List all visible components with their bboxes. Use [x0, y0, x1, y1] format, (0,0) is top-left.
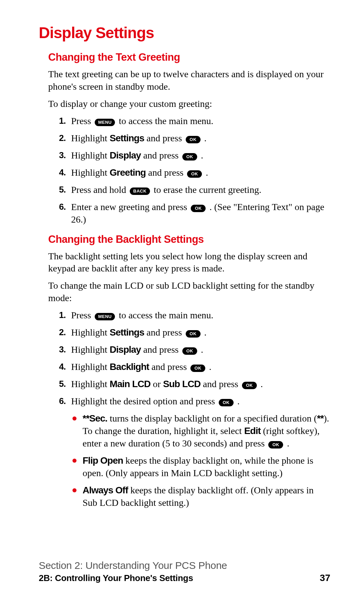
- step-text: Highlight the desired option and press: [71, 396, 217, 406]
- ok-button-icon: OK: [182, 153, 197, 161]
- step-text: and press: [146, 167, 186, 178]
- step-text: .: [203, 167, 208, 178]
- step-text: .: [207, 362, 211, 372]
- step-text: .: [199, 150, 203, 161]
- list-item: Highlight Settings and press OK .: [59, 132, 330, 145]
- manual-page: Display Settings Changing the Text Greet…: [0, 0, 364, 607]
- ok-button-icon: OK: [268, 441, 283, 449]
- back-button-icon: BACK: [130, 187, 150, 195]
- list-item: Highlight Main LCD or Sub LCD and press …: [59, 378, 330, 391]
- step-text: to access the main menu.: [116, 310, 213, 320]
- footer-chapter-title: 2B: Controlling Your Phone's Settings: [39, 573, 193, 583]
- step-text: .: [199, 344, 203, 355]
- greeting-intro: The text greeting can be up to twelve ch…: [48, 68, 330, 93]
- step-text: Highlight: [71, 344, 110, 355]
- section-heading-backlight: Changing the Backlight Settings: [48, 233, 330, 245]
- step-text: Press: [71, 116, 93, 126]
- ui-term-backlight: Backlight: [110, 362, 149, 372]
- list-item: Enter a new greeting and press OK . (See…: [59, 201, 330, 226]
- backlight-steps: Press MENU to access the main menu. High…: [59, 309, 330, 408]
- list-item: Press and hold BACK to erase the current…: [59, 184, 330, 196]
- list-item: Flip Open keeps the display backlight on…: [72, 455, 330, 480]
- step-text: .: [235, 396, 240, 406]
- greeting-lead: To display or change your custom greetin…: [48, 98, 330, 110]
- backlight-lead: To change the main LCD or sub LCD backli…: [48, 280, 330, 305]
- bullet-icon: [72, 459, 77, 463]
- step-text: Press: [71, 310, 93, 320]
- option-always-off: Always Off: [83, 485, 128, 495]
- step-text: Highlight: [71, 167, 110, 178]
- step-text: and press: [141, 150, 181, 161]
- step-text: or: [150, 379, 163, 389]
- step-text: .: [202, 327, 207, 338]
- option-asterisks: **: [317, 413, 324, 424]
- bullet-icon: [72, 488, 77, 492]
- ui-term-sub-lcd: Sub LCD: [163, 379, 201, 389]
- list-item: Highlight the desired option and press O…: [59, 395, 330, 408]
- menu-button-icon: MENU: [95, 119, 115, 126]
- option-flip-open: Flip Open: [83, 455, 123, 466]
- list-item: Highlight Greeting and press OK .: [59, 167, 330, 179]
- ui-term-greeting: Greeting: [110, 167, 146, 178]
- step-text: and press: [141, 344, 181, 355]
- list-item: Highlight Settings and press OK .: [59, 326, 330, 339]
- ui-term-settings: Settings: [110, 133, 144, 143]
- option-text: .: [284, 438, 289, 449]
- backlight-options: **Sec. turns the display backlight on fo…: [72, 412, 330, 509]
- list-item: Press MENU to access the main menu.: [59, 115, 330, 127]
- step-text: and press: [144, 133, 184, 143]
- step-text: and press: [144, 327, 184, 338]
- step-text: Highlight: [71, 362, 110, 372]
- ok-button-icon: OK: [242, 382, 257, 389]
- list-item: Always Off keeps the display backlight o…: [72, 484, 330, 509]
- ok-button-icon: OK: [186, 330, 201, 338]
- step-text: Highlight: [71, 327, 110, 338]
- step-text: Press and hold: [71, 184, 128, 195]
- list-item: **Sec. turns the display backlight on fo…: [72, 412, 330, 450]
- step-text: Highlight: [71, 133, 110, 143]
- step-text: to erase the current greeting.: [151, 184, 262, 195]
- option-text: turns the display backlight on for a spe…: [107, 413, 317, 424]
- list-item: Highlight Backlight and press OK .: [59, 361, 330, 373]
- ok-button-icon: OK: [219, 399, 234, 406]
- ok-button-icon: OK: [187, 170, 202, 178]
- page-title: Display Settings: [39, 24, 330, 42]
- step-text: and press: [149, 362, 189, 372]
- backlight-intro: The backlight setting lets you select ho…: [48, 250, 330, 275]
- list-item: Highlight Display and press OK .: [59, 149, 330, 162]
- step-text: .: [258, 379, 263, 389]
- ui-term-display: Display: [110, 344, 141, 355]
- section-heading-greeting: Changing the Text Greeting: [48, 51, 330, 63]
- step-text: .: [202, 133, 207, 143]
- step-text: Highlight: [71, 379, 110, 389]
- bullet-icon: [72, 416, 77, 421]
- ui-term-main-lcd: Main LCD: [110, 379, 150, 389]
- step-text: and press: [201, 379, 241, 389]
- page-footer: Section 2: Understanding Your PCS Phone …: [39, 560, 330, 583]
- list-item: Press MENU to access the main menu.: [59, 309, 330, 322]
- list-item: Highlight Display and press OK .: [59, 344, 330, 356]
- ui-term-settings: Settings: [110, 327, 144, 338]
- ok-button-icon: OK: [191, 205, 206, 212]
- ok-button-icon: OK: [182, 347, 197, 355]
- ui-term-edit: Edit: [244, 426, 261, 436]
- menu-button-icon: MENU: [95, 313, 115, 320]
- step-text: Enter a new greeting and press: [71, 202, 189, 212]
- greeting-steps: Press MENU to access the main menu. High…: [59, 115, 330, 226]
- step-text: Highlight: [71, 150, 110, 161]
- ui-term-display: Display: [110, 150, 141, 161]
- footer-section-title: Section 2: Understanding Your PCS Phone: [39, 560, 330, 571]
- page-number: 37: [320, 573, 330, 583]
- step-text: to access the main menu.: [116, 116, 213, 126]
- ok-button-icon: OK: [190, 365, 205, 372]
- option-sec: **Sec.: [83, 413, 107, 424]
- ok-button-icon: OK: [186, 136, 201, 143]
